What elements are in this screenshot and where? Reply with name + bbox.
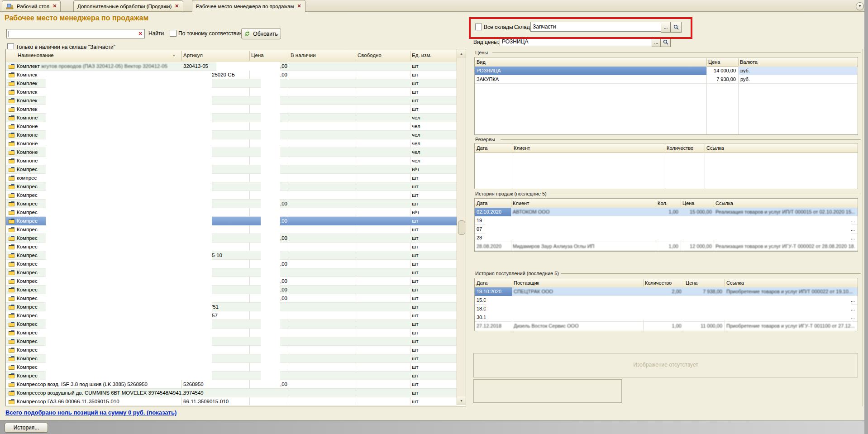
- item-price: ,00: [249, 63, 287, 69]
- history-row[interactable]: 27.12.2018Дизель Восток Сервис ООО1,0011…: [475, 322, 858, 330]
- scroll-down-icon[interactable]: ▼: [457, 396, 466, 405]
- history-ref: Реализация товаров и услуг ИП/Т 000015 о…: [715, 209, 855, 215]
- scroll-up-icon[interactable]: ▲: [457, 49, 466, 58]
- tab-label: Рабочее место менеджера по продажам: [196, 4, 294, 9]
- item-unit: чел: [412, 132, 420, 138]
- history-qty: 1,00: [656, 243, 678, 249]
- item-unit: н/ч: [412, 210, 419, 215]
- column-header[interactable]: Ссылка: [726, 280, 744, 286]
- item-unit: шт: [412, 399, 419, 404]
- exact-match-checkbox[interactable]: [170, 30, 176, 37]
- selection-summary-link[interactable]: Всего подобрано ноль позиций на сумму 0 …: [5, 409, 176, 416]
- column-header[interactable]: Цена: [686, 280, 697, 286]
- column-header[interactable]: Ссылка: [706, 145, 724, 151]
- item-icon: [9, 313, 14, 319]
- table-row[interactable]: Компрессор возд. ISF 3.8 под шкив (LK 38…: [6, 380, 457, 389]
- table-row[interactable]: Компрессор воздушный дв. CUMMINS 6ВТ MOV…: [6, 389, 457, 397]
- scroll-thumb[interactable]: [458, 220, 465, 235]
- column-separator: [181, 51, 182, 61]
- item-unit: чел: [412, 141, 420, 146]
- item-price: ,00: [249, 382, 287, 387]
- item-article-fragment: 5-10: [212, 253, 222, 258]
- history-row[interactable]: 28.08.2020Мидамиров Заур Ахлиуза Оглы ИП…: [475, 242, 858, 251]
- item-name: Комплек: [17, 81, 37, 86]
- prices-table[interactable]: ВидЦенаВалютаРОЗНИЦА14 000,00руб.ЗАКУПКА…: [474, 57, 858, 135]
- item-unit: шт: [412, 270, 419, 275]
- column-header[interactable]: Свободно: [358, 52, 382, 58]
- column-header[interactable]: Валюта: [740, 59, 758, 65]
- search-input[interactable]: ✕: [6, 29, 145, 38]
- price-row[interactable]: ЗАКУПКА7 938,00руб.: [475, 75, 858, 84]
- item-unit: шт: [412, 72, 419, 77]
- column-separator: [249, 51, 250, 61]
- item-unit: шт: [412, 227, 419, 232]
- panel-edge: [863, 49, 863, 406]
- history-row[interactable]: 19.10.2020СПЕЦТРАК ООО2,007 938,00Приобр…: [475, 287, 858, 296]
- tab-sales-manager-workplace[interactable]: Рабочее место менеджера по продажам ✕: [192, 0, 305, 12]
- history-row[interactable]: 02.10.2020АВТОКОМ ООО1,0015 000,00Реализ…: [475, 208, 858, 216]
- item-icon: [9, 167, 14, 173]
- receipts-history-table[interactable]: ДатаПоставщикКоличествоЦенаСсылка19.10.2…: [474, 278, 858, 331]
- close-icon[interactable]: ✕: [175, 4, 179, 9]
- column-separator: [656, 200, 656, 207]
- tab-additional-processing[interactable]: Дополнительные обработки (Продажи) ✕: [73, 0, 183, 11]
- refresh-icon: [244, 31, 250, 37]
- column-header[interactable]: Дата: [477, 200, 487, 206]
- column-header[interactable]: Дата: [477, 280, 487, 286]
- column-header[interactable]: Количество: [667, 145, 693, 151]
- column-separator: [356, 51, 356, 61]
- column-separator: [738, 58, 739, 66]
- item-name: Компрес: [17, 287, 38, 292]
- item-unit: шт: [412, 201, 419, 206]
- item-article: 3974549: [183, 390, 204, 396]
- item-name: Компрес: [17, 253, 38, 258]
- refresh-button[interactable]: Обновить: [241, 28, 281, 39]
- clear-icon[interactable]: ✕: [138, 31, 143, 37]
- column-header[interactable]: Вид: [477, 59, 486, 65]
- column-header[interactable]: Наименование: [18, 52, 54, 58]
- tab-desktop[interactable]: Рабочий стол ✕: [2, 0, 61, 11]
- product-table[interactable]: НаименованиеАртикулЦенаВ наличииСвободно…: [5, 49, 466, 406]
- column-header[interactable]: Ед. изм.: [412, 52, 432, 58]
- history-button[interactable]: История...: [5, 423, 48, 433]
- item-icon: [9, 356, 14, 362]
- table-header: ДатаКлиентКоличествоСсылка: [475, 143, 858, 153]
- price-row[interactable]: РОЗНИЦА14 000,00руб.: [475, 67, 858, 75]
- item-name: Компрес: [17, 184, 38, 189]
- close-icon[interactable]: ✕: [297, 4, 301, 9]
- window-right-border: [864, 0, 868, 434]
- column-header[interactable]: Количество: [645, 280, 672, 286]
- column-header[interactable]: Цена: [251, 52, 264, 58]
- item-unit: шт: [412, 89, 419, 95]
- sales-history-table[interactable]: ДатаКлиентКол.ЦенаСсылка02.10.2020АВТОКО…: [474, 198, 858, 252]
- column-header[interactable]: Клиент: [513, 200, 529, 206]
- price-type: ЗАКУПКА: [477, 76, 499, 82]
- column-header[interactable]: Цена: [682, 200, 694, 206]
- redaction-box: [486, 216, 851, 240]
- column-header[interactable]: В наличии: [291, 52, 316, 58]
- table-row[interactable]: Компрессор ГАЗ-66 00066-11-3509015-01066…: [6, 397, 457, 406]
- column-line: [705, 153, 705, 189]
- vertical-scrollbar[interactable]: ▲▼: [457, 49, 466, 405]
- column-header[interactable]: Дата: [477, 145, 487, 151]
- item-name: Компрес: [17, 296, 38, 301]
- column-header[interactable]: Поставщик: [514, 280, 539, 286]
- item-name: Компрес: [17, 321, 38, 327]
- chevron-down-icon[interactable]: ▾: [856, 2, 864, 10]
- column-header[interactable]: Кол.: [658, 200, 668, 206]
- item-icon: [9, 399, 14, 405]
- item-unit: шт: [412, 175, 419, 181]
- item-name: Компрес: [17, 330, 38, 335]
- reserves-table[interactable]: ДатаКлиентКоличествоСсылка: [474, 143, 858, 189]
- item-unit: шт: [412, 184, 419, 189]
- column-header[interactable]: Цена: [708, 59, 720, 65]
- column-header[interactable]: Клиент: [514, 145, 530, 151]
- item-icon: [9, 373, 14, 379]
- item-icon: [9, 236, 14, 242]
- column-header[interactable]: Артикул: [183, 52, 203, 58]
- price-type-label: Вид цены:: [473, 39, 499, 45]
- find-button[interactable]: Найти: [148, 30, 164, 37]
- item-unit: шт: [412, 347, 419, 353]
- close-icon[interactable]: ✕: [52, 4, 57, 9]
- column-header[interactable]: Ссылка: [715, 200, 733, 206]
